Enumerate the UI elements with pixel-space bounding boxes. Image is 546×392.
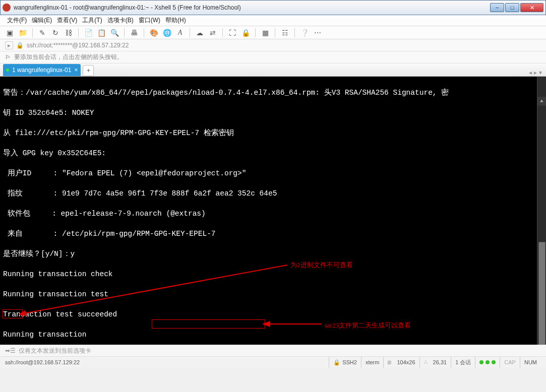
tab-close-icon[interactable]: × [74,67,78,74]
status-pos: ∴ 26,31 [419,357,451,368]
tab-label: 1 wangruifenglinux-01 [12,67,71,74]
term-line: 来自 : /etc/pki/rpm-gpg/RPM-GPG-KEY-EPEL-7 [3,229,543,239]
lock-icon: 🔒 [333,359,340,366]
print-icon[interactable]: 🖶 [130,28,139,37]
color-icon[interactable]: 🎨 [149,28,158,37]
annotation-box-sar23 [152,319,265,329]
address-text[interactable]: ssh://root:********@192.168.57.129:22 [27,42,129,49]
term-line: 导入 GPG key 0x352C64E5: [3,148,543,158]
scroll-thumb[interactable] [538,242,545,345]
tabs-row: 1 wangruifenglinux-01 × + ◂ ▸ ▾ [0,63,546,77]
term-line: Running transaction [3,330,543,340]
globe-icon[interactable]: 🌐 [162,28,171,37]
status-num: NUM [520,357,541,368]
disconnect-icon[interactable]: ⛓ [64,28,73,37]
menubar: 文件(F) 编辑(E) 查看(V) 工具(T) 选项卡(B) 窗口(W) 帮助(… [0,15,546,26]
open-icon[interactable]: 📁 [18,28,27,37]
edit-icon[interactable]: ✎ [38,28,47,37]
tab-scroll-right-icon[interactable]: ▸ [534,69,537,76]
terminal[interactable]: 警告：/var/cache/yum/x86_64/7/epel/packages… [0,77,546,345]
term-line: 用户ID : "Fedora EPEL (7) <epel@fedoraproj… [3,168,543,178]
status-term: xterm [361,357,384,368]
about-icon[interactable]: ⋯ [313,28,322,37]
ftp-icon[interactable]: ☁ [195,28,204,37]
menu-tabs[interactable]: 选项卡(B) [107,16,134,25]
status-cap: CAP [500,357,520,368]
status-leds [475,357,500,368]
tab-session[interactable]: 1 wangruifenglinux-01 × [3,64,81,76]
tile-icon[interactable]: ▦ [261,28,270,37]
close-button[interactable]: ✕ [520,3,543,12]
tab-add-button[interactable]: + [83,65,94,76]
toolbar: ▣ 📁 ✎ ↻ ⛓ 📄 📋 🔍 🖶 🎨 🌐 A ☁ ⇄ ⛶ 🔒 ▦ ☷ ❔ ⋯ [0,26,546,39]
status-ssh: 🔒SSH2 [329,357,361,368]
menu-help[interactable]: 帮助(H) [165,16,186,25]
terminal-scrollbar[interactable]: ▲ ▼ [537,77,546,345]
lock-icon[interactable]: 🔒 [241,28,250,37]
term-line: 指纹 : 91e9 7d7c 4a5e 96f1 7f3e 888f 6a2f … [3,188,543,199]
tab-scroll-left-icon[interactable]: ◂ [529,69,532,76]
menu-file[interactable]: 文件(F) [7,16,27,25]
new-session-icon[interactable]: ▣ [5,28,14,37]
paste-icon[interactable]: 📋 [97,28,106,37]
menu-view[interactable]: 查看(V) [57,16,77,25]
fullscreen-icon[interactable]: ⛶ [228,28,237,37]
status-sessions: 1 会话 [451,357,475,368]
annotation-text-1: 为2进制文件不可查看 [290,260,353,270]
term-line: Transaction test succeeded [3,309,543,319]
local-input-row[interactable]: ➡☰ 仅将文本发送到当前选项卡 [0,345,546,357]
term-line: 警告：/var/cache/yum/x86_64/7/epel/packages… [3,88,543,98]
scroll-up-icon[interactable]: ▲ [537,97,546,106]
search-icon[interactable]: 🔍 [110,28,119,37]
local-input-icon: ➡☰ [5,347,16,354]
annotation-text-2: sar23文件第二天生成可以查看 [325,320,411,331]
tab-status-dot-icon [6,69,9,72]
hint-flag-icon: 🏳 [5,54,11,61]
hint-text: 要添加当前会话，点击左侧的箭头按钮。 [14,53,123,61]
titlebar: wangruifenglinux-01 - root@wangruifengli… [0,0,546,15]
scroll-track[interactable] [537,126,546,345]
term-line: 是否继续？[y/N]：y [3,249,543,259]
transfer-icon[interactable]: ⇄ [208,28,217,37]
minimize-button[interactable]: − [490,3,504,12]
hint-bar: 🏳 要添加当前会话，点击左侧的箭头按钮。 [0,51,546,63]
status-dot-icon [492,360,496,364]
status-dot-icon [479,360,483,364]
menu-tools[interactable]: 工具(T) [82,16,102,25]
status-dot-icon [486,360,490,364]
menu-edit[interactable]: 编辑(E) [32,16,52,25]
window-title: wangruifenglinux-01 - root@wangruifengli… [14,4,489,11]
status-size: ⎚ 104x26 [383,357,419,368]
font-icon[interactable]: A [175,28,185,37]
term-line: 钥 ID 352c64e5: NOKEY [3,108,543,118]
term-line: 软件包 : epel-release-7-9.noarch (@extras) [3,209,543,219]
menu-window[interactable]: 窗口(W) [139,16,160,25]
local-input-text: 仅将文本发送到当前选项卡 [19,347,91,355]
status-bar: ssh://root@192.168.57.129:22 🔒SSH2 xterm… [0,357,546,368]
addr-arrow-icon[interactable]: ▸ [5,41,13,49]
address-bar: ▸ 🔒 ssh://root:********@192.168.57.129:2… [0,39,546,51]
layout-icon[interactable]: ☷ [280,28,289,37]
help-icon[interactable]: ❔ [300,28,309,37]
addr-lock-icon: 🔒 [16,42,24,49]
copy-icon[interactable]: 📄 [84,28,93,37]
app-icon [3,4,11,12]
tab-dropdown-icon[interactable]: ▾ [539,69,542,76]
term-line: Running transaction test [3,289,543,299]
status-address: ssh://root@192.168.57.129:22 [5,359,80,365]
reconnect-icon[interactable]: ↻ [51,28,60,37]
maximize-button[interactable]: □ [505,3,519,12]
annotation-box-sa23 [3,309,23,318]
term-line: Running transaction check [3,269,543,279]
term-line: 从 file:///etc/pki/rpm-gpg/RPM-GPG-KEY-EP… [3,128,543,138]
